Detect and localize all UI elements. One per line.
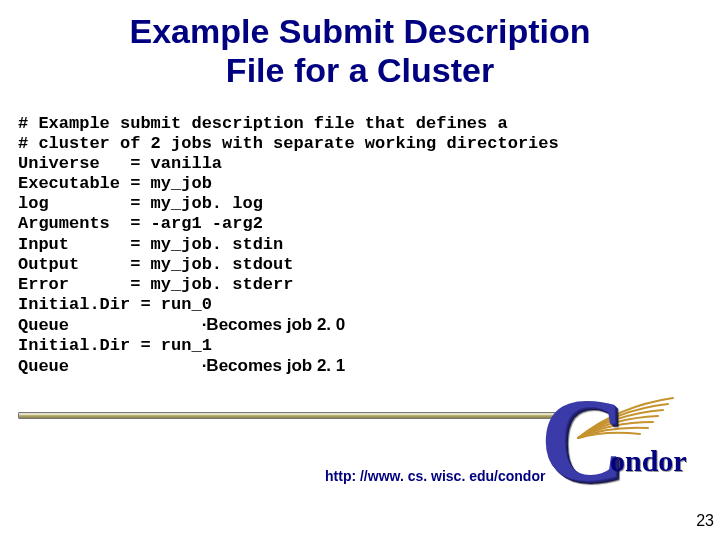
code-line: Output = my_job. stdout [18,255,293,274]
title-line-2: File for a Cluster [226,51,494,89]
code-line: log = my_job. log [18,194,263,213]
code-line: Input = my_job. stdin [18,235,283,254]
code-line: Error = my_job. stderr [18,275,293,294]
code-line: Initial.Dir = run_1 [18,336,212,355]
code-block: # Example submit description file that d… [0,94,720,377]
code-line: # cluster of 2 jobs with separate workin… [18,134,559,153]
footer-url: http: //www. cs. wisc. edu/condor [325,468,545,484]
code-line: Arguments = -arg1 -arg2 [18,214,263,233]
code-line: Queue [18,316,69,335]
logo-ondor: ondor [610,444,687,478]
code-line: Queue [18,357,69,376]
page-title: Example Submit Description File for a Cl… [0,0,720,94]
divider-bar [18,412,558,419]
code-line: Initial.Dir = run_0 [18,295,212,314]
title-line-1: Example Submit Description [130,12,591,50]
condor-logo: C ondor [540,388,700,508]
logo-c: C [540,382,625,500]
code-line: Executable = my_job [18,174,212,193]
annotation: ·Becomes job 2. 1 [202,356,346,375]
code-line: Universe = vanilla [18,154,222,173]
code-line: # Example submit description file that d… [18,114,508,133]
slide-number: 23 [696,512,714,530]
annotation: ·Becomes job 2. 0 [202,315,346,334]
